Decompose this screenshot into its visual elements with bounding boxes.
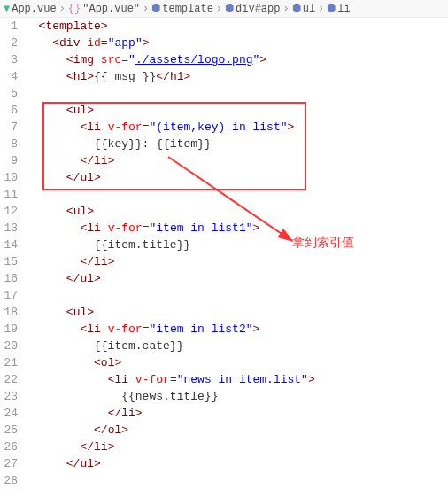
chevron-right-icon: › (282, 3, 289, 15)
code-line (25, 186, 448, 203)
cube-icon: ⬢ (292, 2, 301, 15)
code-line: <li v-for="item in list1"> (25, 220, 448, 237)
code-line: {{item.cate}} (25, 338, 448, 354)
code-line (25, 287, 448, 304)
code-line: </li> (25, 405, 448, 422)
code-line: <li v-for="news in item.list"> (25, 371, 448, 388)
code-line: </ul> (25, 455, 448, 472)
breadcrumb-item[interactable]: div#app (236, 3, 280, 15)
code-line: {{item.title}} (25, 237, 448, 253)
code-line: <li v-for="(item,key) in list"> (25, 119, 448, 136)
code-line: </ul> (25, 169, 448, 186)
code-line (25, 85, 448, 102)
breadcrumb-file[interactable]: App.vue (12, 3, 56, 15)
breadcrumb: ▼ App.vue › {} "App.vue" › ⬢ template › … (0, 0, 448, 18)
line-number-gutter: 1234 5678 9101112 13141516 17181920 2122… (0, 18, 25, 489)
code-line: <ul> (25, 304, 448, 321)
code-line: <template> (25, 18, 448, 35)
code-line (25, 472, 448, 489)
code-line: <h1>{{ msg }}</h1> (25, 68, 448, 85)
cube-icon: ⬢ (151, 2, 160, 15)
chevron-right-icon: › (318, 3, 324, 15)
vue-file-icon: ▼ (4, 3, 10, 15)
chevron-right-icon: › (59, 3, 66, 15)
code-line: <li v-for="item in list2"> (25, 321, 448, 338)
code-line: {{news.title}} (25, 388, 448, 405)
breadcrumb-item[interactable]: template (162, 3, 213, 15)
code-line: <ul> (25, 102, 448, 119)
code-line: </ol> (25, 422, 448, 439)
breadcrumb-scope[interactable]: "App.vue" (82, 3, 140, 15)
cube-icon: ⬢ (225, 2, 234, 15)
code-line: {{key}}: {{item}} (25, 136, 448, 152)
braces-icon: {} (68, 3, 81, 15)
code-line: </ul> (25, 270, 448, 287)
chevron-right-icon: › (216, 3, 222, 15)
code-line: <div id="app"> (25, 35, 448, 51)
code-line: </li> (25, 253, 448, 270)
chevron-right-icon: › (143, 3, 149, 15)
breadcrumb-item[interactable]: ul (303, 3, 315, 15)
code-line: </li> (25, 439, 448, 455)
code-area[interactable]: <template> <div id="app"> <img src="./as… (25, 18, 448, 489)
cube-icon: ⬢ (327, 2, 336, 15)
code-line: <ul> (25, 203, 448, 220)
code-line: <ol> (25, 354, 448, 371)
code-line: </li> (25, 152, 448, 169)
code-editor[interactable]: 1234 5678 9101112 13141516 17181920 2122… (0, 18, 448, 489)
breadcrumb-item[interactable]: li (337, 3, 350, 15)
annotation-text: 拿到索引值 (292, 235, 354, 251)
code-line: <img src="./assets/logo.png"> (25, 51, 448, 68)
